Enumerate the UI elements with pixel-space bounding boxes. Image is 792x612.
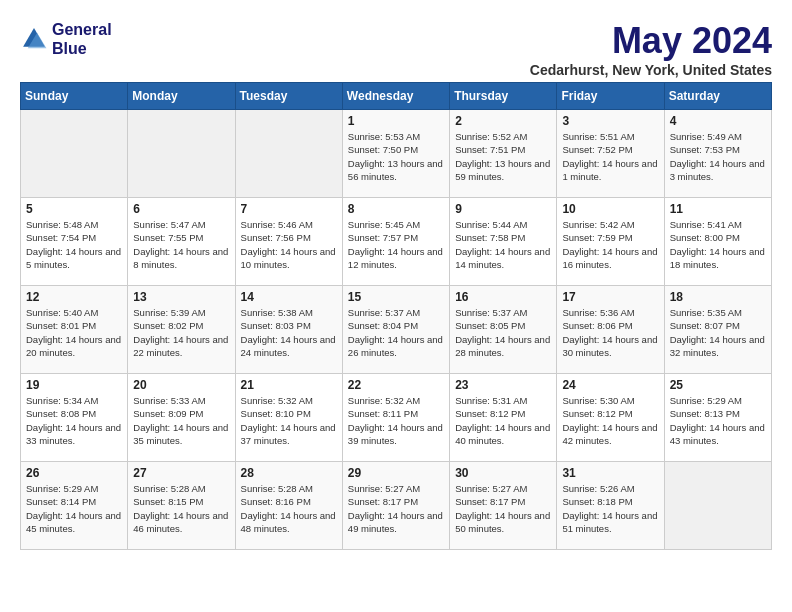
day-cell-17: 17Sunrise: 5:36 AMSunset: 8:06 PMDayligh…: [557, 286, 664, 374]
day-info: Sunrise: 5:30 AMSunset: 8:12 PMDaylight:…: [562, 394, 658, 447]
day-number: 2: [455, 114, 551, 128]
week-row-5: 26Sunrise: 5:29 AMSunset: 8:14 PMDayligh…: [21, 462, 772, 550]
day-cell-4: 4Sunrise: 5:49 AMSunset: 7:53 PMDaylight…: [664, 110, 771, 198]
day-cell-26: 26Sunrise: 5:29 AMSunset: 8:14 PMDayligh…: [21, 462, 128, 550]
day-info: Sunrise: 5:41 AMSunset: 8:00 PMDaylight:…: [670, 218, 766, 271]
day-cell-16: 16Sunrise: 5:37 AMSunset: 8:05 PMDayligh…: [450, 286, 557, 374]
day-info: Sunrise: 5:32 AMSunset: 8:11 PMDaylight:…: [348, 394, 444, 447]
header-saturday: Saturday: [664, 83, 771, 110]
day-cell-19: 19Sunrise: 5:34 AMSunset: 8:08 PMDayligh…: [21, 374, 128, 462]
day-cell-9: 9Sunrise: 5:44 AMSunset: 7:58 PMDaylight…: [450, 198, 557, 286]
day-cell-14: 14Sunrise: 5:38 AMSunset: 8:03 PMDayligh…: [235, 286, 342, 374]
day-cell-20: 20Sunrise: 5:33 AMSunset: 8:09 PMDayligh…: [128, 374, 235, 462]
day-number: 18: [670, 290, 766, 304]
day-info: Sunrise: 5:40 AMSunset: 8:01 PMDaylight:…: [26, 306, 122, 359]
day-number: 10: [562, 202, 658, 216]
day-info: Sunrise: 5:48 AMSunset: 7:54 PMDaylight:…: [26, 218, 122, 271]
day-info: Sunrise: 5:27 AMSunset: 8:17 PMDaylight:…: [455, 482, 551, 535]
day-info: Sunrise: 5:29 AMSunset: 8:14 PMDaylight:…: [26, 482, 122, 535]
day-cell-7: 7Sunrise: 5:46 AMSunset: 7:56 PMDaylight…: [235, 198, 342, 286]
day-info: Sunrise: 5:36 AMSunset: 8:06 PMDaylight:…: [562, 306, 658, 359]
header-monday: Monday: [128, 83, 235, 110]
day-number: 29: [348, 466, 444, 480]
day-cell-11: 11Sunrise: 5:41 AMSunset: 8:00 PMDayligh…: [664, 198, 771, 286]
page-header: General Blue May 2024 Cedarhurst, New Yo…: [20, 20, 772, 78]
day-info: Sunrise: 5:27 AMSunset: 8:17 PMDaylight:…: [348, 482, 444, 535]
header-friday: Friday: [557, 83, 664, 110]
header-tuesday: Tuesday: [235, 83, 342, 110]
day-cell-31: 31Sunrise: 5:26 AMSunset: 8:18 PMDayligh…: [557, 462, 664, 550]
day-info: Sunrise: 5:46 AMSunset: 7:56 PMDaylight:…: [241, 218, 337, 271]
day-number: 21: [241, 378, 337, 392]
day-cell-5: 5Sunrise: 5:48 AMSunset: 7:54 PMDaylight…: [21, 198, 128, 286]
day-number: 6: [133, 202, 229, 216]
day-info: Sunrise: 5:53 AMSunset: 7:50 PMDaylight:…: [348, 130, 444, 183]
title-block: May 2024 Cedarhurst, New York, United St…: [530, 20, 772, 78]
day-cell-28: 28Sunrise: 5:28 AMSunset: 8:16 PMDayligh…: [235, 462, 342, 550]
header-wednesday: Wednesday: [342, 83, 449, 110]
day-info: Sunrise: 5:26 AMSunset: 8:18 PMDaylight:…: [562, 482, 658, 535]
day-number: 22: [348, 378, 444, 392]
day-info: Sunrise: 5:29 AMSunset: 8:13 PMDaylight:…: [670, 394, 766, 447]
day-info: Sunrise: 5:47 AMSunset: 7:55 PMDaylight:…: [133, 218, 229, 271]
day-info: Sunrise: 5:45 AMSunset: 7:57 PMDaylight:…: [348, 218, 444, 271]
day-info: Sunrise: 5:28 AMSunset: 8:15 PMDaylight:…: [133, 482, 229, 535]
month-title: May 2024: [530, 20, 772, 62]
day-info: Sunrise: 5:51 AMSunset: 7:52 PMDaylight:…: [562, 130, 658, 183]
day-info: Sunrise: 5:35 AMSunset: 8:07 PMDaylight:…: [670, 306, 766, 359]
day-info: Sunrise: 5:33 AMSunset: 8:09 PMDaylight:…: [133, 394, 229, 447]
logo-line1: General: [52, 20, 112, 39]
day-number: 27: [133, 466, 229, 480]
empty-cell: [21, 110, 128, 198]
week-row-3: 12Sunrise: 5:40 AMSunset: 8:01 PMDayligh…: [21, 286, 772, 374]
day-cell-3: 3Sunrise: 5:51 AMSunset: 7:52 PMDaylight…: [557, 110, 664, 198]
day-cell-2: 2Sunrise: 5:52 AMSunset: 7:51 PMDaylight…: [450, 110, 557, 198]
day-number: 5: [26, 202, 122, 216]
day-info: Sunrise: 5:31 AMSunset: 8:12 PMDaylight:…: [455, 394, 551, 447]
day-cell-13: 13Sunrise: 5:39 AMSunset: 8:02 PMDayligh…: [128, 286, 235, 374]
day-number: 7: [241, 202, 337, 216]
empty-cell: [235, 110, 342, 198]
day-cell-8: 8Sunrise: 5:45 AMSunset: 7:57 PMDaylight…: [342, 198, 449, 286]
day-cell-23: 23Sunrise: 5:31 AMSunset: 8:12 PMDayligh…: [450, 374, 557, 462]
week-row-2: 5Sunrise: 5:48 AMSunset: 7:54 PMDaylight…: [21, 198, 772, 286]
day-number: 23: [455, 378, 551, 392]
day-number: 19: [26, 378, 122, 392]
day-cell-25: 25Sunrise: 5:29 AMSunset: 8:13 PMDayligh…: [664, 374, 771, 462]
day-info: Sunrise: 5:52 AMSunset: 7:51 PMDaylight:…: [455, 130, 551, 183]
day-number: 17: [562, 290, 658, 304]
day-cell-21: 21Sunrise: 5:32 AMSunset: 8:10 PMDayligh…: [235, 374, 342, 462]
day-number: 13: [133, 290, 229, 304]
header-row: SundayMondayTuesdayWednesdayThursdayFrid…: [21, 83, 772, 110]
day-number: 16: [455, 290, 551, 304]
day-number: 24: [562, 378, 658, 392]
week-row-4: 19Sunrise: 5:34 AMSunset: 8:08 PMDayligh…: [21, 374, 772, 462]
day-info: Sunrise: 5:44 AMSunset: 7:58 PMDaylight:…: [455, 218, 551, 271]
day-info: Sunrise: 5:34 AMSunset: 8:08 PMDaylight:…: [26, 394, 122, 447]
day-info: Sunrise: 5:32 AMSunset: 8:10 PMDaylight:…: [241, 394, 337, 447]
day-number: 20: [133, 378, 229, 392]
day-number: 25: [670, 378, 766, 392]
day-cell-24: 24Sunrise: 5:30 AMSunset: 8:12 PMDayligh…: [557, 374, 664, 462]
day-number: 14: [241, 290, 337, 304]
day-info: Sunrise: 5:28 AMSunset: 8:16 PMDaylight:…: [241, 482, 337, 535]
day-cell-29: 29Sunrise: 5:27 AMSunset: 8:17 PMDayligh…: [342, 462, 449, 550]
day-number: 12: [26, 290, 122, 304]
day-number: 1: [348, 114, 444, 128]
day-cell-1: 1Sunrise: 5:53 AMSunset: 7:50 PMDaylight…: [342, 110, 449, 198]
day-number: 11: [670, 202, 766, 216]
day-info: Sunrise: 5:42 AMSunset: 7:59 PMDaylight:…: [562, 218, 658, 271]
day-number: 8: [348, 202, 444, 216]
day-info: Sunrise: 5:38 AMSunset: 8:03 PMDaylight:…: [241, 306, 337, 359]
day-number: 9: [455, 202, 551, 216]
empty-cell: [128, 110, 235, 198]
logo-line2: Blue: [52, 39, 112, 58]
header-thursday: Thursday: [450, 83, 557, 110]
day-cell-10: 10Sunrise: 5:42 AMSunset: 7:59 PMDayligh…: [557, 198, 664, 286]
day-cell-22: 22Sunrise: 5:32 AMSunset: 8:11 PMDayligh…: [342, 374, 449, 462]
day-info: Sunrise: 5:37 AMSunset: 8:04 PMDaylight:…: [348, 306, 444, 359]
location: Cedarhurst, New York, United States: [530, 62, 772, 78]
day-number: 3: [562, 114, 658, 128]
day-number: 28: [241, 466, 337, 480]
logo: General Blue: [20, 20, 112, 58]
